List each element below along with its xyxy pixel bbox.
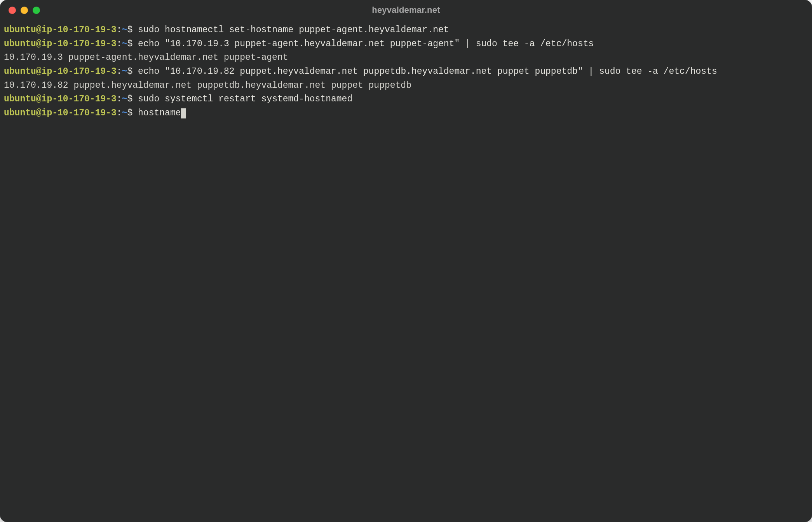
terminal-command: echo "10.170.19.82 puppet.heyvaldemar.ne… — [138, 66, 717, 77]
zoom-icon[interactable] — [33, 7, 40, 14]
prompt-colon: : — [117, 66, 122, 77]
prompt-colon: : — [117, 39, 122, 49]
prompt-colon: : — [117, 25, 122, 35]
prompt-user-host: ubuntu@ip-10-170-19-3 — [4, 94, 117, 104]
terminal-output: 10.170.19.3 puppet-agent.heyvaldemar.net… — [4, 52, 288, 63]
prompt-path: ~ — [122, 39, 127, 49]
prompt-path: ~ — [122, 25, 127, 35]
terminal-prompt-line: ubuntu@ip-10-170-19-3:~$ sudo hostnamect… — [4, 23, 808, 37]
prompt-colon: : — [117, 94, 122, 104]
terminal-window: heyvaldemar.net ubuntu@ip-10-170-19-3:~$… — [0, 0, 812, 522]
prompt-dollar: $ — [127, 108, 138, 118]
terminal-prompt-line: ubuntu@ip-10-170-19-3:~$ echo "10.170.19… — [4, 65, 808, 79]
prompt-dollar: $ — [127, 25, 138, 35]
terminal-command: echo "10.170.19.3 puppet-agent.heyvaldem… — [138, 39, 594, 49]
terminal-command: hostname — [138, 108, 181, 118]
title-bar: heyvaldemar.net — [0, 0, 812, 20]
prompt-dollar: $ — [127, 94, 138, 104]
prompt-path: ~ — [122, 108, 127, 118]
terminal-output: 10.170.19.82 puppet.heyvaldemar.net pupp… — [4, 80, 411, 90]
prompt-user-host: ubuntu@ip-10-170-19-3 — [4, 25, 117, 35]
cursor-icon — [181, 108, 186, 118]
minimize-icon[interactable] — [21, 7, 28, 14]
terminal-command: sudo hostnamectl set-hostname puppet-age… — [138, 25, 449, 35]
prompt-dollar: $ — [127, 39, 138, 49]
terminal-output-line: 10.170.19.3 puppet-agent.heyvaldemar.net… — [4, 51, 808, 65]
traffic-lights — [9, 7, 40, 14]
prompt-user-host: ubuntu@ip-10-170-19-3 — [4, 39, 117, 49]
window-title: heyvaldemar.net — [0, 5, 812, 15]
terminal-prompt-line: ubuntu@ip-10-170-19-3:~$ sudo systemctl … — [4, 92, 808, 106]
terminal-prompt-line: ubuntu@ip-10-170-19-3:~$ echo "10.170.19… — [4, 37, 808, 51]
prompt-path: ~ — [122, 94, 127, 104]
prompt-user-host: ubuntu@ip-10-170-19-3 — [4, 108, 117, 118]
prompt-colon: : — [117, 108, 122, 118]
terminal-output-line: 10.170.19.82 puppet.heyvaldemar.net pupp… — [4, 79, 808, 93]
close-icon[interactable] — [9, 7, 16, 14]
prompt-user-host: ubuntu@ip-10-170-19-3 — [4, 66, 117, 77]
terminal-prompt-line: ubuntu@ip-10-170-19-3:~$ hostname — [4, 106, 808, 120]
prompt-dollar: $ — [127, 66, 138, 77]
prompt-path: ~ — [122, 66, 127, 77]
terminal-command: sudo systemctl restart systemd-hostnamed — [138, 94, 352, 104]
terminal-body[interactable]: ubuntu@ip-10-170-19-3:~$ sudo hostnamect… — [0, 20, 812, 522]
